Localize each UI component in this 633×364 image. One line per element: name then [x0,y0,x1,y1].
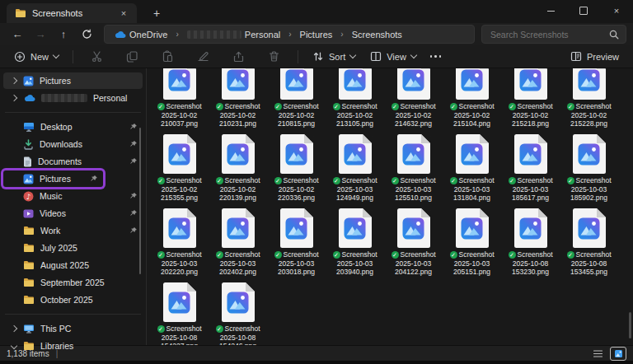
image-file-icon [514,208,547,248]
file-item[interactable]: ✓Screenshot2025-10-03203940.png [326,207,384,281]
chevron-right-icon[interactable] [11,325,17,332]
file-name-prefix: Screenshot [459,102,495,111]
file-item[interactable]: ✓Screenshot2025-10-03203018.png [267,207,326,281]
file-name: ✓Screenshot2025-10-02215228.png [567,102,612,128]
image-thumbnail-icon [227,292,249,314]
file-item[interactable]: ✓Screenshot2025-10-03185617.png [501,133,560,207]
tab-close-icon[interactable]: × [117,7,130,20]
file-item[interactable]: ✓Screenshot2025-10-03185902.png [560,133,618,207]
file-item[interactable]: ✓Screenshot2025-10-02210037.png [150,68,209,133]
more-options-button[interactable] [425,55,447,58]
tab-screenshots[interactable]: Screenshots × [7,3,137,23]
sidebar-item-personal[interactable]: Personal [3,90,143,106]
sidebar-item-july-2025[interactable]: July 2025 [3,240,143,256]
breadcrumb-item-screenshots[interactable]: Screenshots [349,30,405,40]
close-button[interactable]: × [600,0,633,21]
copy-button[interactable] [120,48,144,65]
file-item[interactable]: ✓Screenshot2025-10-03202220.png [150,207,209,281]
sidebar-item-september-2025[interactable]: September 2025 [3,274,143,291]
file-item[interactable]: ✓Screenshot2025-10-02220336.png [267,133,326,207]
file-item[interactable]: ✓Screenshot2025-10-03131804.png [443,133,501,207]
sidebar-item-downloads[interactable]: Downloads [3,136,143,152]
file-name-prefix: Screenshot [518,176,553,185]
file-item[interactable]: ✓Screenshot2025-10-02210815.png [267,68,326,133]
file-item[interactable]: ✓Screenshot2025-10-02220139.png [209,133,267,207]
file-item[interactable]: ✓Screenshot2025-10-08154227.png [150,281,209,345]
back-button[interactable]: ← [7,26,28,44]
sort-button[interactable]: Sort [307,49,361,64]
share-button[interactable] [227,48,251,65]
view-button[interactable]: View [364,49,422,64]
file-name-prefix: Screenshot [576,102,612,111]
file-item[interactable]: ✓Screenshot2025-10-08154246.png [209,281,267,345]
file-item[interactable]: ✓Screenshot2025-10-03204122.png [384,207,443,281]
new-tab-button[interactable]: + [147,3,166,23]
sidebar-item-august-2025[interactable]: August 2025 [3,257,143,273]
delete-button[interactable] [262,48,286,65]
sidebar-item-october-2025[interactable]: October 2025 [3,292,143,308]
page-fold [480,208,489,217]
files-scrollbar[interactable] [629,312,631,338]
file-item[interactable]: ✓Screenshot2025-10-08153455.png [560,207,618,281]
refresh-button[interactable] [76,26,97,44]
file-name-prefix: Screenshot [225,176,260,185]
up-button[interactable]: ↑ [53,26,74,44]
image-file-icon [514,68,547,100]
synced-check-icon: ✓ [450,251,457,259]
file-name-prefix: Screenshot [166,102,202,111]
paste-button[interactable] [156,48,180,65]
chevron-down-icon[interactable] [11,343,17,349]
synced-check-icon: ✓ [216,177,223,184]
sidebar-item-this-pc[interactable]: This PC [3,320,143,337]
sidebar-item-pictures[interactable]: Pictures [3,72,143,89]
view-label: View [387,52,406,62]
share-icon [232,50,245,63]
sidebar-item-label: Documents [38,156,124,166]
file-item[interactable]: ✓Screenshot2025-10-02214632.png [384,68,443,133]
chevron-right-icon[interactable] [11,77,17,84]
page-fold [187,134,196,143]
file-item[interactable]: ✓Screenshot2025-10-08153230.png [501,207,560,281]
file-name-time: 154227.png [157,342,202,345]
details-view-button[interactable] [590,348,605,360]
file-item[interactable]: ✓Screenshot2025-10-03124949.png [326,133,384,207]
tab-strip: Screenshots × + × [0,0,633,23]
file-name-time: 202220.png [157,268,202,277]
minimize-button[interactable] [534,0,567,21]
address-bar[interactable]: OneDrive›Personal›Pictures›Screenshots [104,25,475,44]
file-item[interactable]: ✓Screenshot2025-10-02210231.png [209,68,267,133]
file-item[interactable]: ✓Screenshot2025-10-02215228.png [560,68,618,133]
forward-button[interactable]: → [30,26,51,44]
sidebar-item-documents[interactable]: Documents [3,153,143,170]
sidebar-item-work[interactable]: Work [3,222,143,239]
sidebar-item-pictures[interactable]: Pictures [3,170,103,187]
file-item[interactable]: ✓Screenshot2025-10-02215218.png [501,68,560,133]
sidebar-item-videos[interactable]: Videos [3,205,143,222]
image-thumbnail-icon [227,217,249,240]
page-fold [421,208,430,217]
file-name-date: 2025-10-03 [509,185,553,194]
search-box[interactable] [481,25,626,44]
file-item[interactable]: ✓Screenshot2025-10-02215104.png [443,68,501,133]
synced-check-icon: ✓ [450,103,457,110]
file-item[interactable]: ✓Screenshot2025-10-03205151.png [443,207,501,281]
preview-button[interactable]: Preview [565,49,625,64]
file-item[interactable]: ✓Screenshot2025-10-02213105.png [326,68,384,133]
sidebar-item-music[interactable]: ♪Music [3,188,143,204]
chevron-right-icon[interactable] [11,95,17,101]
breadcrumb-item-personal[interactable]: Personal [185,30,283,40]
thumbnails-view-button[interactable] [610,347,626,361]
maximize-button[interactable] [567,0,600,21]
rename-button[interactable] [191,48,215,65]
cut-button[interactable] [85,48,109,65]
breadcrumb-item-onedrive[interactable]: OneDrive [111,30,170,40]
file-item[interactable]: ✓Screenshot2025-10-03125510.png [384,133,443,207]
sidebar-item-desktop[interactable]: Desktop [3,119,143,135]
file-item[interactable]: ✓Screenshot2025-10-03202402.png [209,207,267,281]
search-input[interactable] [489,29,604,40]
breadcrumb-item-pictures[interactable]: Pictures [298,30,335,40]
sidebar-item-libraries[interactable]: Libraries [3,338,143,354]
file-name-prefix: Screenshot [166,176,202,185]
new-button[interactable]: New [8,49,64,65]
file-item[interactable]: ✓Screenshot2025-10-02215355.png [150,133,209,207]
